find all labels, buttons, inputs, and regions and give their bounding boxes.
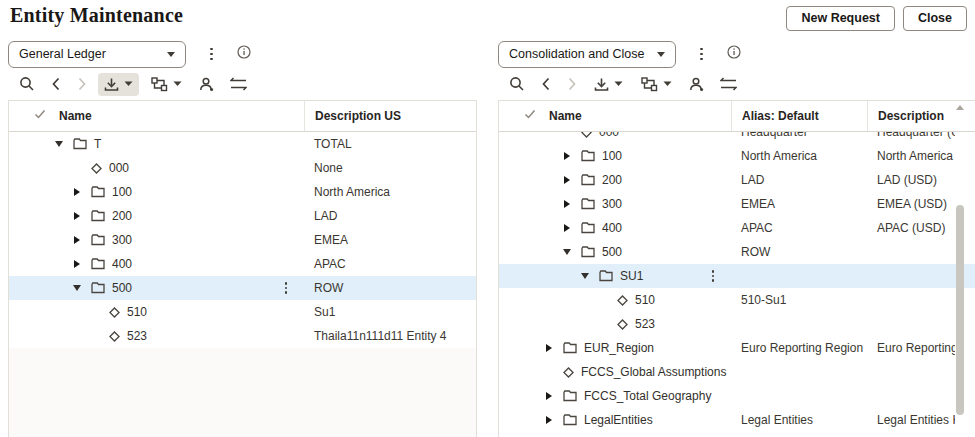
vertical-scrollbar[interactable] xyxy=(954,102,966,437)
scroll-up-icon[interactable] xyxy=(956,105,964,110)
folder-icon xyxy=(599,270,613,282)
tree-row-500[interactable]: 500ROW xyxy=(499,240,975,264)
source-select[interactable]: General Ledger xyxy=(8,41,186,68)
chevron-down-icon xyxy=(663,81,672,87)
chevron-left-button[interactable] xyxy=(46,73,66,95)
node-description: North America (USD) xyxy=(867,149,955,163)
node-description: None xyxy=(304,161,476,175)
download-button[interactable] xyxy=(98,73,139,96)
tree-row-su1[interactable]: SU1 xyxy=(499,264,975,288)
chevron-left-icon xyxy=(541,77,551,91)
expand-node-icon[interactable] xyxy=(71,212,83,220)
chevron-right-button[interactable] xyxy=(72,73,92,95)
panel-menu-icon[interactable] xyxy=(204,44,219,65)
top-actions: New Request Close xyxy=(786,6,967,31)
tree-row-510[interactable]: 510510-Su1 xyxy=(499,288,975,312)
expand-node-icon[interactable] xyxy=(543,344,555,352)
tree-row-510[interactable]: 510Su1 xyxy=(9,300,476,324)
chevron-left-button[interactable] xyxy=(536,73,556,95)
expand-node-icon[interactable] xyxy=(561,200,573,208)
info-icon[interactable] xyxy=(237,45,251,63)
panel-general-ledger: General Ledger Name Description US TTOTA… xyxy=(8,40,477,437)
scrollbar-thumb[interactable] xyxy=(956,205,964,415)
collapse-node-icon[interactable] xyxy=(579,273,591,279)
node-name: 400 xyxy=(602,221,622,235)
node-alias: Legal Entities xyxy=(731,413,867,427)
folder-icon xyxy=(581,198,595,210)
hierarchy-view-button[interactable] xyxy=(635,73,678,96)
close-button[interactable]: Close xyxy=(903,6,967,31)
swap-button[interactable] xyxy=(715,73,742,95)
collapse-node-icon[interactable] xyxy=(561,249,573,255)
info-icon[interactable] xyxy=(727,45,741,63)
expand-node-icon[interactable] xyxy=(561,152,573,160)
tree-row-fccs-total-geography[interactable]: FCCS_Total Geography xyxy=(499,384,975,408)
chevron-down-icon xyxy=(173,81,182,87)
tree-table: Name Description US TTOTAL000None100Nort… xyxy=(8,100,477,437)
collapse-node-icon[interactable] xyxy=(53,141,65,147)
expand-node-icon[interactable] xyxy=(71,236,83,244)
tree-row-eur-region[interactable]: EUR_RegionEuro Reporting RegionEuro Repo… xyxy=(499,336,975,360)
expand-node-icon[interactable] xyxy=(561,224,573,232)
node-description: North America xyxy=(304,185,476,199)
node-name: 500 xyxy=(112,281,132,295)
tree-row-400[interactable]: 400APAC xyxy=(9,252,476,276)
row-menu-icon[interactable] xyxy=(709,267,717,285)
search-button[interactable] xyxy=(14,72,40,96)
node-name: 100 xyxy=(112,185,132,199)
chevron-right-button[interactable] xyxy=(562,73,582,95)
chevron-down-icon xyxy=(657,52,665,57)
new-request-button[interactable]: New Request xyxy=(786,6,895,31)
tree-row-000[interactable]: 000HeadquarterHeadquarter (USD) xyxy=(499,132,975,144)
check-icon xyxy=(524,109,536,123)
folder-icon xyxy=(563,390,577,402)
folder-icon xyxy=(581,222,595,234)
node-description: APAC xyxy=(304,257,476,271)
node-name: EUR_Region xyxy=(584,341,654,355)
node-alias: APAC xyxy=(731,221,867,235)
tree-row-523[interactable]: 523Thaila11n111d11 Entity 4 xyxy=(9,324,476,348)
folder-icon xyxy=(581,150,595,162)
tree-row-300[interactable]: 300EMEA xyxy=(9,228,476,252)
node-name: 200 xyxy=(602,173,622,187)
tree-row-100[interactable]: 100North America xyxy=(9,180,476,204)
expand-node-icon[interactable] xyxy=(543,416,555,424)
expand-node-icon[interactable] xyxy=(543,392,555,400)
panel-menu-icon[interactable] xyxy=(694,44,709,65)
tree-row-fccs-global-assumptions[interactable]: FCCS_Global Assumptions xyxy=(499,360,975,384)
tree-row-200[interactable]: 200LAD xyxy=(9,204,476,228)
tree-row-200[interactable]: 200LADLAD (USD) xyxy=(499,168,975,192)
tree-row-523[interactable]: 523 xyxy=(499,312,975,336)
expand-node-icon[interactable] xyxy=(561,176,573,184)
expand-node-icon[interactable] xyxy=(71,188,83,196)
hierarchy-view-button[interactable] xyxy=(145,73,188,96)
member-button[interactable] xyxy=(194,73,219,96)
expand-node-icon[interactable] xyxy=(71,260,83,268)
table-header: Name Description US xyxy=(9,101,476,132)
search-icon xyxy=(19,76,35,92)
search-button[interactable] xyxy=(504,72,530,96)
tree-row-400[interactable]: 400APACAPAC (USD) xyxy=(499,216,975,240)
tree-row-300[interactable]: 300EMEAEMEA (USD) xyxy=(499,192,975,216)
chevron-left-icon xyxy=(51,77,61,91)
download-icon xyxy=(594,77,609,92)
tree-row-t[interactable]: TTOTAL xyxy=(9,132,476,156)
table-header: Name Alias: Default Description xyxy=(499,101,975,132)
node-name: 523 xyxy=(127,329,147,343)
tree-row-500[interactable]: 500ROW xyxy=(9,276,476,300)
tree-row-000[interactable]: 000None xyxy=(9,156,476,180)
node-alias: North America xyxy=(731,149,867,163)
source-select[interactable]: Consolidation and Close xyxy=(498,41,676,68)
tree-row-100[interactable]: 100North AmericaNorth America (USD) xyxy=(499,144,975,168)
member-button[interactable] xyxy=(684,73,709,96)
column-header-alias: Alias: Default xyxy=(731,101,867,131)
collapse-node-icon[interactable] xyxy=(71,285,83,291)
download-button[interactable] xyxy=(588,73,629,96)
leaf-diamond-icon xyxy=(109,331,120,342)
node-name: FCCS_Global Assumptions xyxy=(581,365,726,379)
row-menu-icon[interactable] xyxy=(282,279,290,297)
tree-row-legalentities[interactable]: LegalEntitiesLegal EntitiesLegal Entitie… xyxy=(499,408,975,432)
swap-icon xyxy=(230,77,247,91)
node-description: EMEA (USD) xyxy=(867,197,955,211)
swap-button[interactable] xyxy=(225,73,252,95)
